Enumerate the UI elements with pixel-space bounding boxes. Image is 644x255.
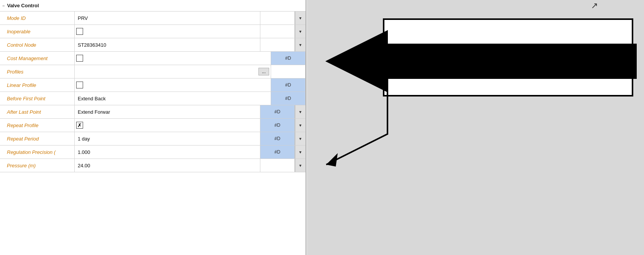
prop-value-cell-1[interactable] [75,25,260,38]
arrow-icon-7: ▼ [299,110,302,114]
checkbox-5[interactable] [76,82,83,88]
prop-value-cell-3[interactable] [75,52,271,65]
prop-extra-cell-7: #D [260,105,295,118]
prop-extra-cell-10: #D [260,145,295,159]
prop-label-8: Repeat Profile [0,119,75,132]
prop-label-7: After Last Point [0,105,75,118]
prop-label-5: Linear Profile [0,78,75,92]
svg-marker-1 [326,31,636,92]
dropdown-arrow-11[interactable]: ▼ [295,159,306,172]
property-row: Regulation Precision (1.000#D▼ [0,145,306,159]
prop-extra-cell-3: #D [271,52,306,65]
dropdown-arrow-7[interactable]: ▼ [295,105,306,118]
prop-label-0: Mode ID [0,11,75,25]
prop-extra-cell-0 [260,11,295,25]
property-row: Repeat Period1 day#D▼ [0,132,306,145]
dropdown-arrow-10[interactable]: ▼ [295,145,306,159]
prop-value-cell-2[interactable]: ST28363410 [75,38,260,51]
property-row: After Last PointExtend Forwar#D▼ [0,105,306,119]
property-grid: Mode IDPRV▼Inoperable▼Control NodeST2836… [0,11,306,172]
prop-value-cell-5[interactable] [75,78,271,92]
prop-label-10: Regulation Precision ( [0,145,75,159]
dropdown-arrow-1[interactable]: ▼ [295,25,306,38]
prop-value-text-7: Extend Forwar [76,108,112,116]
svg-rect-0 [384,19,633,96]
checkbox-3[interactable] [76,55,83,62]
prop-value-cell-9[interactable]: 1 day [75,132,260,145]
arrow-icon-2: ▼ [299,43,302,47]
arrow-icon-0: ▼ [299,16,302,20]
prop-extra-cell-8: #D [260,119,295,132]
checkbox-8[interactable]: ✗ [76,122,83,129]
prop-extra-cell-9: #D [260,132,295,145]
prop-label-6: Before First Point [0,92,75,105]
prop-label-11: Pressure (m) [0,159,75,172]
prop-value-text-9: 1 day [76,135,92,142]
section-title: Valve Control [7,3,39,8]
prop-value-text-10: 1.000 [76,149,92,156]
cursor-icon: ↖ [591,1,598,11]
prop-label-2: Control Node [0,38,75,51]
prop-value-text-0: PRV [76,15,90,22]
dropdown-arrow-8[interactable]: ▼ [295,119,306,132]
prop-extra-cell-11 [260,159,295,172]
checkbox-1[interactable] [76,28,83,35]
arrow-icon-10: ▼ [299,150,302,154]
prop-label-3: Cost Management [0,52,75,65]
property-row: Cost Management#D [0,52,306,65]
prop-value-cell-8[interactable]: ✗ [75,119,260,132]
dropdown-arrow-2[interactable]: ▼ [295,38,306,51]
main-container: − Valve Control Mode IDPRV▼Inoperable▼Co… [0,0,644,255]
right-panel: ↖ [307,0,644,255]
prop-value-cell-7[interactable]: Extend Forwar [75,105,260,118]
prop-value-cell-6[interactable]: Extend Back [75,92,271,105]
property-row: Mode IDPRV▼ [0,11,306,25]
prop-value-cell-11[interactable]: 24.00 [75,159,260,172]
arrow-icon-11: ▼ [299,163,302,168]
prop-value-text-11: 24.00 [76,162,92,169]
property-row: Pressure (m)24.00▼ [0,159,306,172]
check-mark-8: ✗ [77,122,82,128]
section-header: − Valve Control [0,0,306,11]
property-row: Repeat Profile✗#D▼ [0,119,306,132]
prop-extra-cell-2 [260,38,295,51]
prop-value-cell-4[interactable]: ... [75,65,271,78]
property-row: Linear Profile#D [0,78,306,92]
property-row: Inoperable▼ [0,25,306,38]
prop-label-9: Repeat Period [0,132,75,145]
prop-extra-cell-6: #D [271,92,306,105]
property-row: Profiles... [0,65,306,78]
property-row: Before First PointExtend Back#D [0,92,306,105]
svg-marker-2 [326,153,338,167]
arrow-icon-9: ▼ [299,137,302,141]
prop-value-text-2: ST28363410 [76,41,108,49]
prop-extra-cell-1 [260,25,295,38]
prop-extra-cell-4 [271,65,306,78]
prop-value-text-6: Extend Back [76,95,107,102]
dropdown-arrow-0[interactable]: ▼ [295,11,306,25]
prop-value-cell-10[interactable]: 1.000 [75,145,260,159]
ellipsis-btn-4[interactable]: ... [258,68,269,75]
arrow-annotation [307,0,644,255]
prop-extra-cell-5: #D [271,78,306,92]
collapse-icon[interactable]: − [2,3,5,8]
dropdown-arrow-9[interactable]: ▼ [295,132,306,145]
prop-label-1: Inoperable [0,25,75,38]
property-row: Control NodeST28363410▼ [0,38,306,52]
arrow-icon-1: ▼ [299,29,302,34]
prop-value-cell-0[interactable]: PRV [75,11,260,25]
arrow-icon-8: ▼ [299,123,302,127]
prop-label-4: Profiles [0,65,75,78]
property-panel: − Valve Control Mode IDPRV▼Inoperable▼Co… [0,0,306,255]
